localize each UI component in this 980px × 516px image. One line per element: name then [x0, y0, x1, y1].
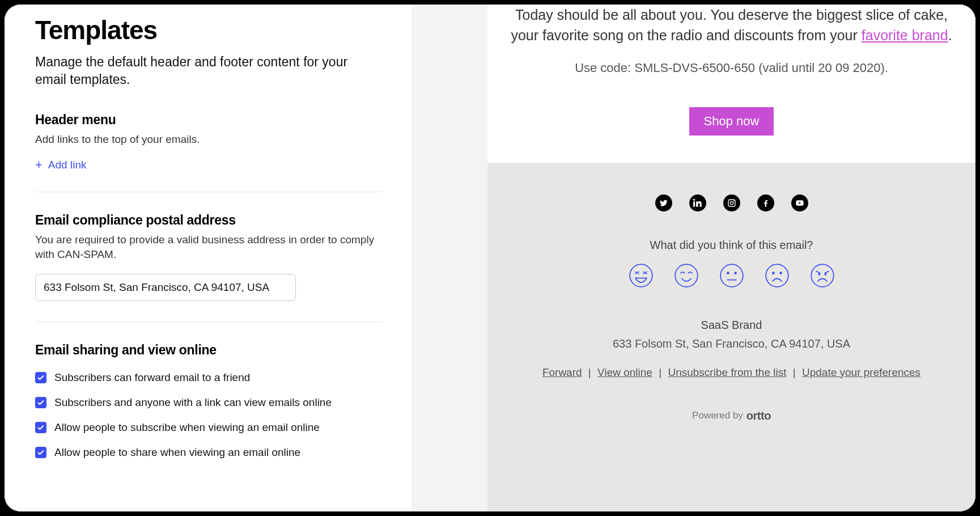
page-title: Templates — [35, 15, 381, 45]
powered-by: Powered by ortto — [509, 409, 954, 422]
preview-gutter — [413, 5, 487, 511]
checkbox-forward[interactable]: Subscribers can forward email to a frien… — [35, 371, 381, 384]
checkbox-share-online[interactable]: Allow people to share when viewing an em… — [35, 446, 381, 459]
social-icons-row — [509, 194, 954, 212]
section-desc-header-menu: Add links to the top of your emails. — [35, 132, 381, 147]
section-title-header-menu: Header menu — [35, 112, 381, 128]
preview-footer: What did you think of this email? SaaS B… — [487, 163, 975, 512]
svg-point-10 — [772, 272, 774, 274]
section-desc-compliance: You are required to provide a valid busi… — [35, 232, 381, 263]
rating-happy-icon[interactable] — [674, 263, 699, 288]
checkbox-subscribe-online[interactable]: Allow people to subscribe when viewing a… — [35, 421, 381, 434]
shop-now-button[interactable]: Shop now — [689, 107, 774, 136]
instagram-icon[interactable] — [723, 194, 740, 212]
powered-by-prefix: Powered by — [692, 410, 743, 421]
settings-panel: Templates Manage the default header and … — [5, 5, 412, 511]
checkbox-view-online[interactable]: Subscribers and anyone with a link can v… — [35, 396, 381, 409]
postal-address-input[interactable] — [35, 274, 296, 301]
svg-point-3 — [630, 264, 652, 287]
checkbox-label: Subscribers can forward email to a frien… — [54, 371, 250, 384]
preview-body-text: Today should be all about you. You deser… — [509, 5, 954, 46]
svg-point-9 — [766, 264, 788, 287]
checkbox-label: Subscribers and anyone with a link can v… — [54, 396, 332, 409]
divider — [35, 192, 381, 192]
rating-row — [509, 263, 954, 288]
svg-point-2 — [733, 200, 734, 201]
rating-angry-icon[interactable] — [810, 263, 835, 288]
add-link-button[interactable]: + Add link — [35, 159, 86, 171]
checkbox-icon — [35, 372, 46, 383]
rating-neutral-icon[interactable] — [719, 263, 744, 288]
preview-body-section: Today should be all about you. You deser… — [487, 5, 975, 163]
footer-brand-name: SaaS Brand — [509, 319, 954, 332]
checkbox-icon — [35, 447, 46, 458]
plus-icon: + — [35, 159, 43, 171]
section-title-sharing: Email sharing and view online — [35, 342, 381, 358]
svg-point-6 — [727, 272, 729, 274]
footer-brand-address: 633 Folsom St, San Francisco, CA 94107, … — [509, 337, 954, 350]
svg-point-5 — [720, 264, 743, 287]
add-link-label: Add link — [48, 159, 87, 171]
compliance-section: Email compliance postal address You are … — [35, 213, 381, 301]
sharing-section: Email sharing and view online Subscriber… — [35, 342, 381, 459]
rating-sad-icon[interactable] — [765, 263, 790, 288]
checkbox-icon — [35, 422, 46, 433]
svg-point-13 — [818, 273, 820, 275]
svg-point-4 — [675, 264, 698, 287]
divider — [35, 322, 381, 322]
svg-point-14 — [825, 273, 826, 275]
youtube-icon[interactable] — [791, 194, 808, 212]
header-menu-section: Header menu Add links to the top of your… — [35, 112, 381, 171]
unsubscribe-link[interactable]: Unsubscribe from the list — [668, 366, 786, 378]
svg-point-1 — [730, 201, 733, 204]
favorite-brand-link[interactable]: favorite brand — [862, 27, 948, 43]
facebook-icon[interactable] — [757, 194, 774, 212]
svg-point-11 — [779, 272, 782, 274]
survey-question: What did you think of this email? — [509, 239, 954, 252]
linkedin-icon[interactable] — [689, 194, 706, 212]
page-description: Manage the default header and footer con… — [35, 53, 364, 88]
twitter-icon[interactable] — [655, 194, 672, 212]
svg-point-12 — [811, 264, 834, 287]
preview-body-suffix: . — [948, 27, 952, 43]
checkbox-icon — [35, 397, 46, 408]
forward-link[interactable]: Forward — [542, 366, 582, 378]
rating-excited-icon[interactable] — [629, 263, 654, 288]
app-window: Templates Manage the default header and … — [5, 5, 975, 511]
update-preferences-link[interactable]: Update your preferences — [802, 366, 920, 378]
email-preview: Today should be all about you. You deser… — [487, 5, 975, 511]
checkbox-label: Allow people to subscribe when viewing a… — [54, 421, 320, 434]
preview-promo-code: Use code: SMLS-DVS-6500-650 (valid until… — [509, 61, 954, 75]
ortto-logo: ortto — [746, 409, 771, 422]
view-online-link[interactable]: View online — [597, 366, 652, 378]
checkbox-label: Allow people to share when viewing an em… — [54, 446, 300, 459]
footer-links: Forward | View online | Unsubscribe from… — [509, 366, 954, 379]
section-title-compliance: Email compliance postal address — [35, 213, 381, 228]
svg-point-7 — [734, 272, 736, 274]
